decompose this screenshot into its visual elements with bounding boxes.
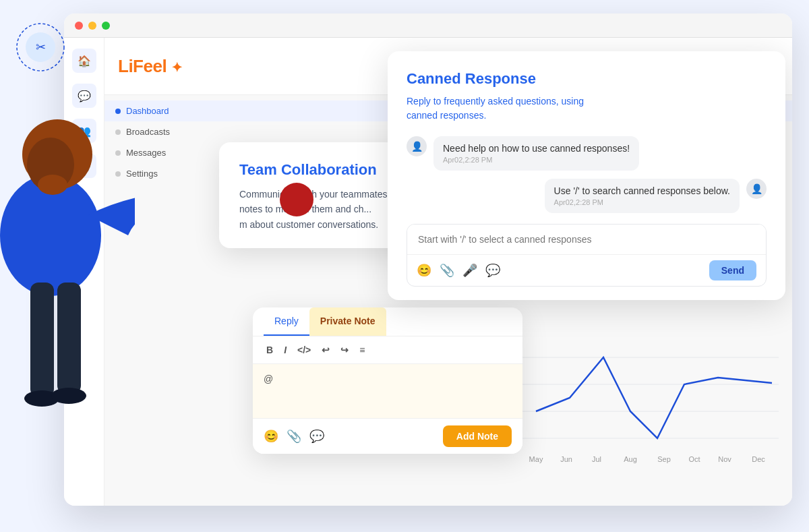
chat-bubble-left: Need help on how to use canned responses… [433, 136, 639, 171]
whatsapp-icon[interactable]: 💬 [309, 429, 324, 444]
attach-icon-canned[interactable]: 📎 [440, 263, 454, 278]
browser-dot-green [102, 22, 110, 30]
note-toolbar: B I </> ↩ ↪ ≡ [253, 336, 522, 364]
emoji-icon-canned[interactable]: 😊 [417, 263, 431, 278]
mic-icon-canned[interactable]: 🎤 [462, 263, 477, 278]
chat-msg-right: 👤 Use '/' to search canned responses bel… [407, 179, 767, 213]
toolbar-italic[interactable]: I [281, 343, 289, 357]
chat-avatar-right: 👤 [746, 179, 767, 199]
toolbar-undo[interactable]: ↩ [319, 343, 332, 357]
chat-area: 👤 Need help on how to use canned respons… [407, 136, 767, 213]
toolbar-redo[interactable]: ↪ [338, 343, 351, 357]
app-area: LiFeel ✦ T TAX Admin Total Users [104, 38, 792, 506]
canned-response-card: Canned Response Reply to frequently aske… [388, 51, 785, 300]
chat-text-right: Use '/' to search canned responses below… [554, 185, 730, 196]
chat-msg-left: 👤 Need help on how to use canned respons… [407, 136, 767, 171]
note-card: Reply Private Note B I </> ↩ ↪ ≡ @ 😊 [253, 307, 522, 454]
chat-bubble-right: Use '/' to search canned responses below… [545, 179, 740, 213]
tab-reply[interactable]: Reply [264, 307, 309, 336]
svg-text:Jun: Jun [560, 455, 572, 463]
browser-dot-yellow [88, 22, 96, 30]
browser-window: 🏠 💬 👥 ⚙️ LiFeel ✦ T TAX Admin [64, 13, 792, 506]
toolbar-code[interactable]: </> [295, 343, 313, 357]
whatsapp-icon-canned[interactable]: 💬 [485, 263, 500, 278]
deco-circle: ✂ [13, 20, 67, 74]
svg-text:Nov: Nov [718, 455, 731, 463]
svg-rect-3 [30, 283, 54, 397]
canned-input[interactable] [407, 225, 766, 254]
svg-text:Sep: Sep [657, 455, 671, 463]
attach-icon[interactable]: 📎 [287, 429, 301, 444]
chat-text-left: Need help on how to use canned responses… [443, 143, 630, 154]
svg-text:May: May [529, 455, 543, 463]
canned-subtitle: Reply to frequently asked questions, usi… [407, 94, 767, 123]
input-icons: 😊 📎 🎤 💬 [417, 263, 500, 278]
tab-private-note[interactable]: Private Note [309, 307, 386, 336]
add-note-button[interactable]: Add Note [443, 425, 512, 447]
browser-titlebar [64, 13, 792, 38]
chat-time-left: Apr02,2:28 PM [443, 156, 630, 164]
note-footer: 😊 📎 💬 Add Note [253, 418, 522, 454]
at-symbol: @ [264, 374, 273, 384]
svg-text:Oct: Oct [688, 455, 700, 463]
note-tabs: Reply Private Note [253, 307, 522, 336]
svg-text:Jul: Jul [592, 455, 601, 463]
chart-area: May Jun Jul Aug Sep Oct Nov Dec [522, 330, 779, 465]
svg-text:Dec: Dec [752, 455, 765, 463]
svg-text:Aug: Aug [624, 455, 637, 463]
emoji-icon[interactable]: 😊 [264, 429, 278, 444]
chat-avatar-left: 👤 [407, 136, 427, 156]
note-editor[interactable]: @ [253, 364, 522, 418]
toolbar-list[interactable]: ≡ [357, 343, 367, 357]
canned-input-footer: 😊 📎 🎤 💬 Send [407, 254, 766, 286]
svg-rect-4 [57, 283, 81, 394]
svg-point-6 [51, 388, 86, 404]
logo-star: ✦ [171, 60, 183, 75]
canned-title: Canned Response [407, 70, 767, 88]
svg-point-7 [38, 175, 67, 195]
red-dot-deco [280, 183, 313, 216]
chart-svg: May Jun Jul Aug Sep Oct Nov Dec [522, 330, 779, 465]
person-illustration [0, 60, 135, 532]
note-footer-icons: 😊 📎 💬 [264, 429, 324, 444]
browser-dot-red [75, 22, 83, 30]
browser-content: 🏠 💬 👥 ⚙️ LiFeel ✦ T TAX Admin [64, 38, 792, 506]
svg-text:✂: ✂ [36, 40, 46, 54]
chat-time-right: Apr02,2:28 PM [554, 198, 730, 206]
canned-input-area: 😊 📎 🎤 💬 Send [407, 224, 767, 287]
toolbar-bold[interactable]: B [264, 343, 276, 357]
send-button[interactable]: Send [709, 260, 756, 280]
